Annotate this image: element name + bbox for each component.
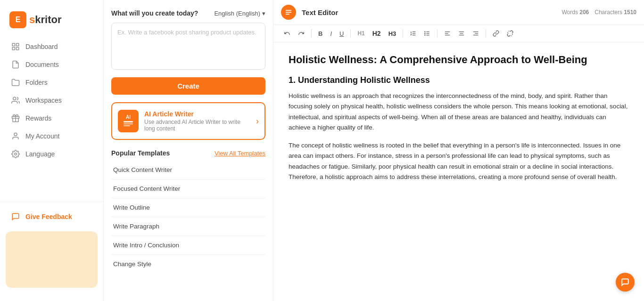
users-icon [11,96,20,105]
template-list: Quick Content Writer Focused Content Wri… [111,161,265,273]
h1-button[interactable]: H1 [355,28,367,39]
sidebar-item-workspaces[interactable]: Workspaces [6,91,98,109]
redo-button[interactable] [295,28,307,39]
sidebar-item-language-label: Language [25,150,55,158]
template-item-write-intro[interactable]: Write Intro / Conclusion [111,236,265,255]
ai-writer-text: AI Article Writer Use advanced AI Articl… [144,110,250,132]
folder-icon [11,78,20,87]
user-icon [11,132,20,140]
language-selector[interactable]: English (English) ▾ [214,10,265,17]
create-header: What will you create today? English (Eng… [111,9,265,17]
toolbar-sep-4 [437,29,438,38]
align-center-icon [458,30,465,37]
ai-icon-label: AI [126,114,131,120]
toolbar-sep-3 [403,29,403,38]
svg-point-4 [13,97,16,100]
unlink-icon [507,30,513,37]
sidebar-item-folders-label: Folders [25,79,48,86]
file-icon [11,60,20,69]
template-item-change-style[interactable]: Change Style [111,255,265,273]
logo-area: E skritor [0,8,103,38]
underline-button[interactable]: U [337,28,347,39]
sidebar-item-documents[interactable]: Documents [6,56,98,73]
logo: E skritor [9,11,94,28]
sidebar-item-rewards-label: Rewards [25,114,51,122]
align-left-button[interactable] [441,28,454,39]
sidebar-item-my-account[interactable]: My Account [6,127,98,145]
create-input[interactable] [111,23,265,70]
editor-toolbar: B I U H1 H2 H3 [273,25,644,42]
svg-rect-9 [124,121,133,122]
redo-icon [298,30,305,37]
svg-rect-3 [17,48,19,50]
unlink-button[interactable] [504,28,516,39]
template-item-write-outline[interactable]: Write Outline [111,198,265,217]
svg-rect-0 [12,43,15,46]
editor-header: Text Editor Words 206 Characters 1510 [273,0,644,25]
logo-icon: E [9,11,26,28]
ordered-list-icon [410,30,416,37]
unordered-list-button[interactable] [421,28,433,39]
nav-bottom: Give Feedback [0,202,103,226]
align-right-icon [472,30,479,37]
give-feedback-label: Give Feedback [25,213,72,220]
word-count-area: Words 206 Characters 1510 [561,9,636,16]
paragraph-2: The concept of holistic wellness is root… [289,140,629,182]
template-item-write-paragraph[interactable]: Write Paragraph [111,217,265,236]
create-button[interactable]: Create [111,77,265,95]
ai-writer-desc: Use advanced AI Article Writer to write … [144,119,250,132]
gift-icon [11,114,20,122]
svg-rect-1 [17,43,19,46]
ai-writer-icon: AI [118,110,139,132]
sidebar-item-documents-label: Documents [25,61,59,68]
svg-point-7 [14,133,17,136]
text-editor-panel: Text Editor Words 206 Characters 1510 B … [273,0,644,301]
undo-button[interactable] [281,28,293,39]
bold-button[interactable]: B [315,28,325,39]
editor-icon [281,5,296,20]
svg-point-23 [425,35,425,35]
editor-content[interactable]: Holistic Wellness: A Comprehensive Appro… [273,42,644,301]
sidebar-item-language[interactable]: Language [6,145,98,163]
settings-icon [11,150,20,158]
svg-rect-11 [124,125,130,126]
editor-title: Text Editor [302,8,338,16]
create-title: What will you create today? [111,9,198,17]
toolbar-sep-2 [350,29,351,38]
align-center-button[interactable] [455,28,468,39]
sidebar-item-folders[interactable]: Folders [6,73,98,91]
sidebar-item-dashboard-label: Dashboard [25,43,58,50]
sidebar: E skritor Dashboard Documents Folders Wo… [0,0,104,301]
promo-box [6,231,98,288]
h2-button[interactable]: H2 [370,28,384,39]
template-item-focused-content[interactable]: Focused Content Writer [111,179,265,198]
ordered-list-button[interactable] [407,28,419,39]
logo-text: skritor [29,14,62,26]
paragraph-1: Holistic wellness is an approach that re… [289,91,629,133]
link-button[interactable] [490,28,502,39]
toolbar-sep-5 [486,29,486,38]
toolbar-sep-1 [311,29,312,38]
feedback-icon [11,212,20,221]
sidebar-item-give-feedback[interactable]: Give Feedback [6,208,98,226]
view-all-templates-link[interactable]: View All Templates [215,150,265,157]
template-item-quick-content[interactable]: Quick Content Writer [111,161,265,179]
h3-button[interactable]: H3 [386,28,399,39]
nav-items: Dashboard Documents Folders Workspaces R… [0,38,103,198]
align-left-icon [285,8,292,16]
chat-bubble-button[interactable] [616,273,635,292]
svg-point-21 [425,32,425,32]
popular-templates-title: Popular Templates [111,149,170,157]
undo-icon [284,30,290,37]
chevron-right-icon: › [256,116,259,126]
ai-article-writer-card[interactable]: AI AI Article Writer Use advanced AI Art… [111,102,265,140]
sidebar-item-dashboard[interactable]: Dashboard [6,38,98,56]
words-label: Words 206 [561,9,589,16]
align-right-button[interactable] [470,28,482,39]
article-icon [123,121,133,128]
link-icon [493,30,499,37]
italic-button[interactable]: I [327,28,335,39]
chat-icon [621,278,629,286]
sidebar-item-myaccount-label: My Account [25,132,59,140]
sidebar-item-rewards[interactable]: Rewards [6,109,98,127]
